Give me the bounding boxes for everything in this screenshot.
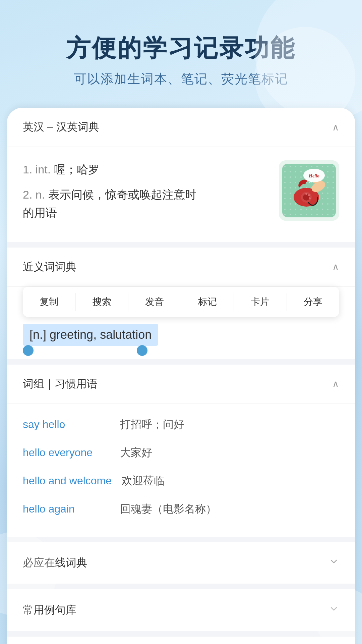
- phrase-zh-3: 欢迎莅临: [122, 474, 165, 488]
- synonyms-section-title: 近义词词典: [23, 260, 76, 274]
- dict-content: 1. int. 喔；哈罗 2. n. 表示问候，惊奇或唤起注意时的用语: [7, 147, 355, 242]
- phrases-section: 词组｜习惯用语 ∧ say hello 打招呼；问好 hello everyon…: [7, 365, 355, 537]
- context-pronounce-btn[interactable]: 发音: [128, 293, 181, 311]
- main-card: 英汉 – 汉英词典 ∧ 1. int. 喔；哈罗 2. n. 表示问候，惊奇或唤…: [7, 108, 355, 644]
- list-item[interactable]: say hello 打招呼；问好: [23, 411, 339, 439]
- selection-handle-left: [23, 345, 34, 356]
- phrase-en-2: hello everyone: [23, 446, 110, 459]
- common-sentences-section: 常用例句库: [7, 589, 355, 631]
- phrases-section-title: 词组｜习惯用语: [23, 377, 98, 391]
- biyingonline-chevron-down-icon: [328, 556, 339, 569]
- def-num-1: 1. int.: [23, 163, 51, 176]
- listening-section: 听力原声例句 ＋: [7, 637, 355, 644]
- synonyms-section-header[interactable]: 近义词词典 ∧: [7, 248, 355, 287]
- dict-definitions: 1. int. 喔；哈罗 2. n. 表示问候，惊奇或唤起注意时的用语: [23, 160, 269, 228]
- phrase-en-4: hello again: [23, 503, 110, 515]
- list-item[interactable]: hello and welcome 欢迎莅临: [23, 467, 339, 495]
- dict-section: 英汉 – 汉英词典 ∧ 1. int. 喔；哈罗 2. n. 表示问候，惊奇或唤…: [7, 108, 355, 242]
- context-copy-btn[interactable]: 复制: [23, 293, 76, 311]
- list-item[interactable]: hello again 回魂妻（电影名称）: [23, 495, 339, 523]
- svg-point-7: [305, 193, 307, 195]
- phrases-chevron-up-icon: ∧: [332, 378, 339, 389]
- phrase-zh-4: 回魂妻（电影名称）: [120, 502, 217, 517]
- context-search-btn[interactable]: 搜索: [76, 293, 129, 311]
- list-item[interactable]: hello everyone 大家好: [23, 439, 339, 467]
- synonyms-chevron-up-icon: ∧: [332, 261, 339, 272]
- phrases-content: say hello 打招呼；问好 hello everyone 大家好 hell…: [7, 404, 355, 537]
- biyingonline-section: 必应在线词典: [7, 542, 355, 584]
- selected-text-area: [n.] greeting, salutation: [7, 317, 355, 359]
- dict-def-2: 2. n. 表示问候，惊奇或唤起注意时的用语: [23, 185, 269, 222]
- phrase-en-1: say hello: [23, 418, 110, 431]
- phrase-en-3: hello and welcome: [23, 475, 112, 487]
- svg-point-8: [308, 194, 310, 196]
- synonyms-section: 近义词词典 ∧ 复制 搜索 发音 标记 卡片 分享 [n.] greeting,…: [7, 248, 355, 359]
- context-menu: 复制 搜索 发音 标记 卡片 分享: [23, 287, 339, 317]
- dict-chevron-up-icon: ∧: [332, 122, 339, 133]
- dict-section-title: 英汉 – 汉英词典: [23, 120, 99, 135]
- svg-text:Hello: Hello: [308, 173, 319, 178]
- dict-def-1: 1. int. 喔；哈罗: [23, 160, 269, 178]
- def-num-2: 2. n.: [23, 188, 45, 201]
- context-share-btn[interactable]: 分享: [287, 293, 340, 311]
- svg-point-9: [309, 197, 311, 199]
- decorative-blob-2: [255, 27, 355, 127]
- context-mark-btn[interactable]: 标记: [181, 293, 234, 311]
- listening-section-header[interactable]: 听力原声例句 ＋: [7, 637, 355, 644]
- hello-illustration: Hello: [279, 160, 339, 221]
- selection-handle-right: [137, 345, 147, 356]
- phrase-zh-2: 大家好: [120, 445, 152, 460]
- context-card-btn[interactable]: 卡片: [234, 293, 287, 311]
- common-sentences-section-header[interactable]: 常用例句库: [7, 589, 355, 631]
- selected-text: [n.] greeting, salutation: [23, 324, 158, 346]
- phrase-zh-1: 打招呼；问好: [120, 417, 184, 432]
- phrases-section-header[interactable]: 词组｜习惯用语 ∧: [7, 365, 355, 404]
- biyingonline-section-header[interactable]: 必应在线词典: [7, 542, 355, 584]
